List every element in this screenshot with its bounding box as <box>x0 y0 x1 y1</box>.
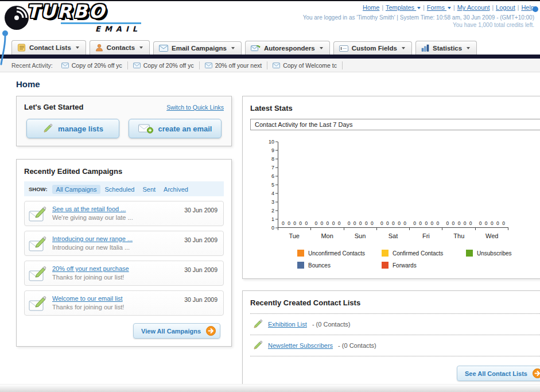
main-tabs: Contact ListsContactsEmail CampaignsAuto… <box>0 38 540 55</box>
campaign-edit-icon <box>29 266 48 282</box>
contact-list-name[interactable]: Newsletter Subscribers <box>268 342 333 349</box>
recent-campaigns-panel: Recently Edited Campaigns SHOW: All Camp… <box>16 159 232 347</box>
logo-text-primary: TURBO <box>26 2 141 22</box>
nav-separator: | <box>492 5 494 11</box>
email-campaigns-icon <box>159 45 168 52</box>
campaign-subtitle: Thanks for joining our list! <box>52 304 219 311</box>
legend-item: Confirmed Contacts <box>382 250 466 257</box>
contact-list-item[interactable]: Newsletter Subscribers- (0 Contacts) <box>250 335 540 356</box>
contact-activity-chart: 109876543210 0 0 0 0 00 0 0 0 00 0 0 0 0… <box>265 142 540 269</box>
tab-label: Statistics <box>433 45 462 52</box>
legend-row: Unconfirmed ContactsConfirmed ContactsUn… <box>297 250 540 257</box>
pencil-icon <box>252 319 263 329</box>
top-nav-forms[interactable]: Forms <box>427 4 451 11</box>
tab-label: Contact Lists <box>29 44 71 51</box>
contact-list-name[interactable]: Exhibition List <box>268 321 307 328</box>
nav-divider-bar <box>0 55 540 59</box>
recent-contact-lists-panel: Recently Created Contact Lists Exhibitio… <box>242 290 540 389</box>
campaign-title[interactable]: 20% off your next purchase <box>52 265 184 272</box>
contacts-icon <box>95 44 103 52</box>
stats-activity-select[interactable]: Contact Activity for the Last 7 Days <box>250 119 540 130</box>
tab-autoresponders[interactable]: Autoresponders <box>245 41 330 55</box>
campaign-edit-icon <box>29 296 48 312</box>
legend-label: Unsubscribes <box>477 250 512 257</box>
chevron-down-icon <box>76 46 79 49</box>
activity-item[interactable]: Copy of Welcome tc <box>267 61 343 69</box>
create-email-button[interactable]: create an email <box>129 119 222 138</box>
bar-value-labels: 0 0 0 0 0 <box>344 220 377 226</box>
y-tick-label: 3 <box>271 200 278 205</box>
campaign-filter-bar: SHOW: All CampaignsScheduledSentArchived <box>24 181 224 196</box>
chart-group: 0 0 0 0 0 <box>410 142 442 227</box>
campaign-title[interactable]: See us at the retail food ... <box>52 205 184 212</box>
bar-value-labels: 0 0 0 0 0 <box>311 220 344 226</box>
y-tick-label: 9 <box>271 148 278 153</box>
filter-scheduled[interactable]: Scheduled <box>100 185 138 194</box>
app-logo[interactable]: TURBO EMAIL <box>3 2 141 33</box>
legend-label: Bounces <box>308 262 331 269</box>
manage-lists-button[interactable]: manage lists <box>26 119 119 138</box>
tab-contacts[interactable]: Contacts <box>90 40 150 55</box>
nav-separator: | <box>382 5 383 11</box>
x-tick-label: Wed <box>476 228 508 239</box>
campaign-item[interactable]: 20% off your next purchaseThanks for joi… <box>24 261 224 286</box>
campaign-date: 30 Jun 2009 <box>184 207 217 214</box>
tab-contact-lists[interactable]: Contact Lists <box>11 40 86 55</box>
activity-item[interactable]: Copy of 20% off yc <box>128 61 200 69</box>
activity-item-label: 20% off your next <box>215 62 262 69</box>
latest-stats-panel: Latest Stats Contact Activity for the La… <box>242 96 540 279</box>
activity-item[interactable]: Copy of 20% off yc <box>56 61 128 69</box>
envelope-icon <box>205 63 212 68</box>
campaign-title[interactable]: Welcome to our email list <box>52 295 184 302</box>
chevron-down-icon <box>231 47 235 49</box>
view-all-campaigns-button[interactable]: View All Campaigns <box>133 323 220 339</box>
blue-dot-icon <box>532 6 539 13</box>
left-column: Let's Get Started Switch to Quick Links … <box>16 96 232 347</box>
top-nav-logout[interactable]: Logout <box>496 4 515 11</box>
page-footer <box>0 384 540 392</box>
chevron-down-icon <box>448 7 451 9</box>
legend-label: Confirmed Contacts <box>393 250 443 257</box>
page-title: Home <box>16 79 524 89</box>
bar-value-labels: 0 0 0 0 0 <box>278 220 311 226</box>
activity-item[interactable]: 20% off your next <box>200 61 268 69</box>
campaign-item[interactable]: Welcome to our email listThanks for join… <box>24 290 224 316</box>
filter-archived[interactable]: Archived <box>160 185 192 194</box>
chart-group: 0 0 0 0 0 <box>278 142 311 227</box>
tab-statistics[interactable]: Statistics <box>415 41 477 55</box>
filter-all-campaigns[interactable]: All Campaigns <box>52 185 101 194</box>
legend-item: Unsubscribes <box>466 250 540 257</box>
see-all-contact-lists-button[interactable]: See All Contact Lists <box>457 366 540 381</box>
campaign-title[interactable]: Introducing our new range ... <box>52 235 184 242</box>
custom-fields-icon <box>339 45 348 52</box>
bar-value-labels: 0 0 0 0 0 <box>442 220 475 226</box>
legend-swatch <box>297 250 304 257</box>
switch-quick-links-link[interactable]: Switch to Quick Links <box>166 104 224 111</box>
filter-sent[interactable]: Sent <box>138 185 160 194</box>
chart-group: 0 0 0 0 0 <box>344 142 377 227</box>
campaign-edit-icon <box>29 206 48 222</box>
tab-label: Custom Fields <box>352 45 397 52</box>
tab-label: Email Campaigns <box>172 45 227 52</box>
login-info: You are logged in as 'Timothy Smith' | S… <box>303 14 534 21</box>
top-nav-templates[interactable]: Templates <box>386 4 421 11</box>
campaign-subtitle: Thanks for joining our list! <box>52 274 219 281</box>
contact-list-item[interactable]: Exhibition List- (0 Contacts) <box>250 314 540 335</box>
campaign-edit-icon <box>29 236 48 252</box>
legend-item: Unconfirmed Contacts <box>297 250 382 257</box>
campaign-item[interactable]: See us at the retail food ...We're givin… <box>24 201 224 226</box>
chart-group: 0 0 0 0 0 <box>377 142 410 227</box>
y-tick-label: 2 <box>271 208 278 214</box>
campaign-subtitle: Introducing our new Italia ... <box>52 244 219 251</box>
x-tick-label: Sun <box>344 228 376 239</box>
campaign-date: 30 Jun 2009 <box>184 296 217 303</box>
contact-list-items: Exhibition List- (0 Contacts)Newsletter … <box>250 314 540 356</box>
top-nav-home[interactable]: Home <box>363 4 379 11</box>
campaign-item[interactable]: Introducing our new range ...Introducing… <box>24 231 224 256</box>
y-tick-label: 0 <box>271 226 278 231</box>
legend-item: Forwards <box>382 262 466 269</box>
tab-email-campaigns[interactable]: Email Campaigns <box>153 41 242 55</box>
tab-custom-fields[interactable]: Custom Fields <box>333 41 412 55</box>
legend-row: BouncesForwards <box>297 262 540 269</box>
top-nav-my-account[interactable]: My Account <box>457 4 490 11</box>
